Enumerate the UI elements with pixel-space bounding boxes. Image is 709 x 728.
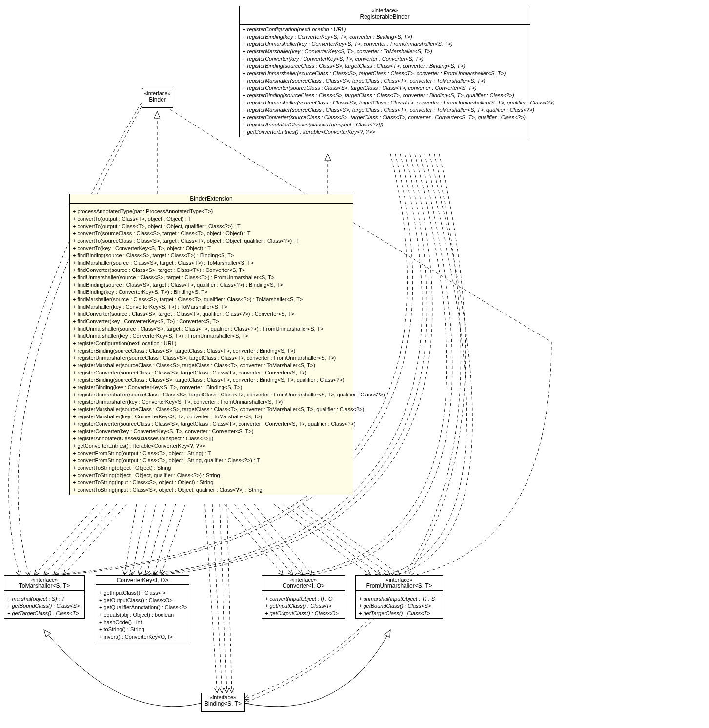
operation: + equals(obj : Object) : boolean xyxy=(99,611,186,619)
operation: + convertToString(input : Class<S>, obje… xyxy=(73,486,350,494)
operation: + getTargetClass() : Class<T> xyxy=(7,610,81,617)
svg-line-17 xyxy=(283,504,381,575)
operation: + findBinding(source : Class<S>, target … xyxy=(73,281,350,289)
operation: + findUnmarshaller(source : Class<S>, ta… xyxy=(73,274,350,281)
operation: + convertFromString(output : Class<T>, o… xyxy=(73,457,350,464)
operation: + processAnnotatedType(pat : ProcessAnno… xyxy=(73,208,350,215)
operation: + registerUnmarshaller(sourceClass : Cla… xyxy=(73,354,350,362)
svg-line-9 xyxy=(146,504,166,575)
operation: + getBoundClass() : Class<S> xyxy=(7,603,81,610)
operation: + registerAnnotatedClasses(classesToInsp… xyxy=(73,435,350,442)
operation: + convertTo(sourceClass : Class<S>, targ… xyxy=(73,230,350,237)
class-to-marshaller[interactable]: «interface» ToMarshaller<S, T> + marshal… xyxy=(4,575,85,619)
operation: + registerMarshaller(sourceClass : Class… xyxy=(243,77,527,84)
operations: + marshal(object : S) : T+ getBoundClass… xyxy=(4,594,84,618)
operation: + getConverterEntries() : Iterable<Conve… xyxy=(243,128,527,136)
operation: + registerConfiguration(nextLocation : U… xyxy=(243,26,527,33)
svg-line-15 xyxy=(254,504,312,575)
operation: + registerBinding(sourceClass : Class<S>… xyxy=(243,62,527,70)
svg-line-8 xyxy=(139,504,156,575)
operation: + findBinding(source : Class<S>, target … xyxy=(73,252,350,259)
operation: + registerUnmarshaller(sourceClass : Cla… xyxy=(243,70,527,77)
operation: + convertToString(object : Object) : Str… xyxy=(73,464,350,472)
operation: + findMarshaller(source : Class<S>, targ… xyxy=(73,259,350,267)
class-name: BinderExtension xyxy=(72,195,351,202)
class-binder[interactable]: «interface» Binder xyxy=(142,89,173,108)
svg-line-13 xyxy=(234,504,293,575)
operation: + registerConfiguration(nextLocation : U… xyxy=(73,340,350,347)
operation: + convertToString(object : Object, quali… xyxy=(73,472,350,479)
operation: + findConverter(key : ConverterKey<S, T>… xyxy=(73,318,350,325)
operation: + getInputClass() : Class<I> xyxy=(265,603,342,610)
operation: + findBinding(key : ConverterKey<S, T>) … xyxy=(73,289,350,296)
svg-line-4 xyxy=(54,504,117,575)
operation: + registerUnmarshaller(sourceClass : Cla… xyxy=(243,99,527,106)
class-converter-key[interactable]: ConverterKey<I, O> + getInputClass() : C… xyxy=(96,575,189,642)
operation: + registerConverter(sourceClass : Class<… xyxy=(243,84,527,92)
svg-line-20 xyxy=(205,504,217,693)
svg-line-14 xyxy=(244,504,303,575)
operation: + registerUnmarshaller(key : ConverterKe… xyxy=(73,398,350,406)
operations: + convert(inputObject : I) : O+ getInput… xyxy=(262,594,345,618)
operation: + marshal(object : S) : T xyxy=(7,595,81,603)
operation: + registerBinding(sourceClass : Class<S>… xyxy=(243,92,527,99)
operation: + getOutputClass() : Class<O> xyxy=(99,597,186,604)
stereotype: «interface» xyxy=(264,577,343,582)
operation: + registerMarshaller(key : ConverterKey<… xyxy=(243,48,527,55)
operation: + getTargetClass() : Class<T> xyxy=(359,610,440,617)
class-name: FromUnmarshaller<S, T> xyxy=(358,582,441,589)
class-name: ConverterKey<I, O> xyxy=(98,577,187,583)
operation: + hashCode() : int xyxy=(99,619,186,626)
operations: + getInputClass() : Class<I>+ getOutputC… xyxy=(96,588,189,642)
operation: + convertTo(output : Class<T>, object : … xyxy=(73,223,350,230)
operation: + registerConverter(sourceClass : Class<… xyxy=(73,369,350,376)
stereotype: «interface» xyxy=(203,694,243,700)
operation: + findMarshaller(source : Class<S>, targ… xyxy=(73,296,350,303)
operation: + convertTo(key : ConverterKey<S, T>, ob… xyxy=(73,245,350,252)
class-name: ToMarshaller<S, T> xyxy=(6,582,82,589)
svg-line-18 xyxy=(293,504,390,575)
operation: + registerAnnotatedClasses(classesToInsp… xyxy=(243,121,527,128)
svg-line-7 xyxy=(132,504,146,575)
operation: + registerMarshaller(sourceClass : Class… xyxy=(243,106,527,114)
operation: + registerConverter(key : ConverterKey<S… xyxy=(243,55,527,62)
operation: + getConverterEntries() : Iterable<Conve… xyxy=(73,442,350,450)
operations: + processAnnotatedType(pat : ProcessAnno… xyxy=(70,207,353,495)
svg-line-2 xyxy=(34,504,98,575)
class-binder-extension[interactable]: BinderExtension + processAnnotatedType(p… xyxy=(69,194,353,495)
stereotype: «interface» xyxy=(358,577,441,582)
class-binding[interactable]: «interface» Binding<S, T> xyxy=(201,693,245,712)
operation: + getBoundClass() : Class<S> xyxy=(359,603,440,610)
operation: + getQualifierAnnotation() : Class<?> xyxy=(99,604,186,611)
operation: + findUnmarshaller(key : ConverterKey<S,… xyxy=(73,333,350,340)
operation: + registerUnmarshaller(key : ConverterKe… xyxy=(243,41,527,48)
class-registerable-binder[interactable]: «interface» RegisterableBinder + registe… xyxy=(239,6,530,137)
svg-line-16 xyxy=(273,504,371,575)
svg-line-5 xyxy=(63,504,127,575)
class-name: RegisterableBinder xyxy=(242,13,528,20)
stereotype: «interface» xyxy=(144,90,171,96)
operation: + registerMarshaller(sourceClass : Class… xyxy=(73,362,350,369)
operation: + findMarshaller(key : ConverterKey<S, T… xyxy=(73,303,350,311)
svg-line-3 xyxy=(44,504,107,575)
svg-line-11 xyxy=(161,504,185,575)
class-converter[interactable]: «interface» Converter<I, O> + convert(in… xyxy=(262,575,345,619)
operation: + findUnmarshaller(source : Class<S>, ta… xyxy=(73,325,350,333)
svg-line-22 xyxy=(220,504,227,693)
operation: + unmarshal(inputObject : T) : S xyxy=(359,595,440,603)
svg-line-6 xyxy=(124,504,137,575)
operation: + convert(inputObject : I) : O xyxy=(265,595,342,603)
class-from-unmarshaller[interactable]: «interface» FromUnmarshaller<S, T> + unm… xyxy=(355,575,443,619)
operation: + registerBinding(key : ConverterKey<S, … xyxy=(73,384,350,391)
operation: + convertTo(output : Class<T>, object : … xyxy=(73,215,350,223)
stereotype: «interface» xyxy=(242,7,528,13)
svg-line-23 xyxy=(227,504,232,693)
uml-canvas: «interface» Binder «interface» Registera… xyxy=(0,0,709,728)
svg-line-19 xyxy=(303,504,400,575)
svg-line-21 xyxy=(212,504,222,693)
operation: + findConverter(source : Class<S>, targe… xyxy=(73,267,350,274)
operation: + registerBinding(sourceClass : Class<S>… xyxy=(73,347,350,354)
operation: + registerMarshaller(key : ConverterKey<… xyxy=(73,413,350,420)
svg-line-12 xyxy=(224,504,283,575)
operation: + registerMarshaller(sourceClass : Class… xyxy=(73,406,350,413)
